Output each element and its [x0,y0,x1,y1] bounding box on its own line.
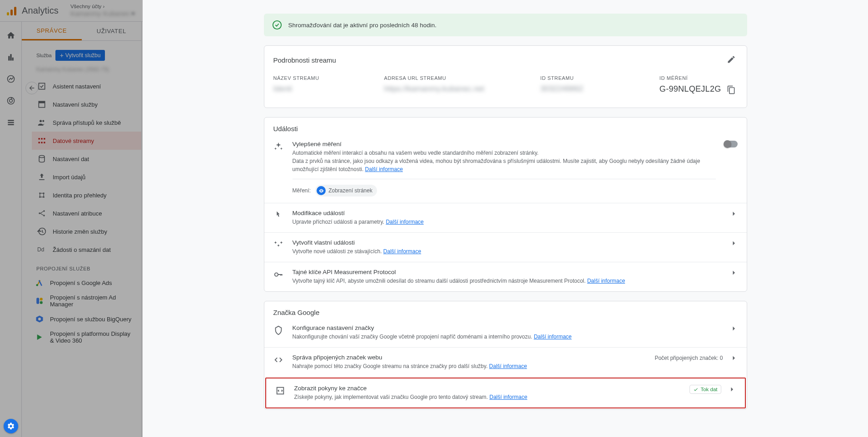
modify-events-row[interactable]: Modifikace událostí Upravte příchozí udá… [264,203,747,232]
chevron-right-icon [729,239,738,247]
nav-label: Nastavení dat [53,156,89,162]
create-events-row[interactable]: Vytvořit vlastní události Vytvořte nové … [264,232,747,262]
link-google-ads[interactable]: Propojení s Google Ads [22,275,141,290]
measurement-id-label: ID MĚŘENÍ [660,75,721,81]
google-ads-icon [35,279,44,287]
admin-settings-button[interactable] [4,419,18,433]
nav-reporting-identity[interactable]: Identita pro přehledy [32,186,141,204]
chevron-down-icon [131,13,135,15]
account-selector[interactable]: Všechny účty › Kamanmy Kubanec [67,2,139,19]
create-events-more[interactable]: Další informace [383,248,421,255]
attribution-icon [37,209,46,218]
events-title: Události [264,118,747,134]
nav-data-deletion[interactable]: DdŽádosti o smazání dat [32,241,141,259]
copy-measurement-id-button[interactable] [725,83,738,98]
nav-data-settings[interactable]: Nastavení dat [32,150,141,168]
api-secrets-title: Tajné klíče API Measurement Protocol [293,269,721,275]
configure-icon[interactable] [6,118,15,127]
svg-point-36 [273,21,281,29]
google-tag-title: Značka Google [264,301,747,318]
link-bigquery[interactable]: Propojení se službou BigQuery [22,311,141,327]
data-collection-banner: Shromažďování dat je aktivní pro posledn… [264,14,747,36]
banner-text: Shromažďování dat je aktivní pro posledn… [288,22,437,29]
tag-instructions-sub: Získejte pokyny, jak implementovat vaši … [294,394,488,400]
stream-detail-panel: Shromažďování dat je aktivní pro posledn… [143,0,868,437]
bigquery-icon [35,315,44,323]
back-button[interactable] [25,82,38,94]
nav-label: Historie změn služby [53,228,107,235]
link-ad-manager[interactable]: Propojení s nástrojem Ad Manager [22,290,141,311]
svg-point-34 [38,318,41,320]
people-icon [37,118,46,127]
svg-rect-17 [39,142,40,143]
nav-label: Datové streamy [53,137,94,144]
nav-label: Správa přístupů ke službě [53,119,121,126]
chevron-right-icon [729,324,738,333]
api-secrets-more[interactable]: Další informace [587,278,625,284]
create-events-sub: Vytvořte nové události ze stávajících. [293,248,382,255]
property-name-blurred[interactable]: Kamanmy Kubanec (3582-75) [22,65,141,77]
nav-label: Asistent nastavení [53,83,101,90]
chevron-right-icon [729,354,738,362]
ad-manager-icon [35,297,44,305]
nav-setup-assistant[interactable]: Asistent nastavení [32,77,141,95]
tab-user[interactable]: UŽIVATEL [82,22,142,40]
svg-point-4 [7,98,14,104]
modify-events-more[interactable]: Další informace [386,219,423,225]
svg-point-29 [36,284,39,286]
tag-instructions-more[interactable]: Další informace [490,394,527,400]
chevron-right-icon [729,269,738,277]
svg-point-13 [42,120,44,122]
svg-rect-1 [10,10,13,15]
nav-label: Žádosti o smazání dat [53,246,111,253]
nav-attribution-settings[interactable]: Nastavení atribuce [32,204,141,222]
nav-property-settings[interactable]: Nastavení služby [32,95,141,113]
explore-icon[interactable] [6,74,15,83]
all-accounts-label: Všechny účty › [70,4,135,10]
svg-point-38 [274,273,278,276]
left-rail [0,22,22,437]
svg-point-12 [40,120,42,122]
data-icon [37,154,46,163]
sparkle-icon [273,142,284,153]
nav-access-management[interactable]: Správa přístupů ke službě [32,113,141,132]
link-dv360[interactable]: Propojení s platformou Display & Video 3… [22,327,141,348]
pageview-chip-label: Zobrazení stránek [328,187,372,194]
api-secrets-row[interactable]: Tajné klíče API Measurement Protocol Vyt… [264,262,747,291]
nav-label: Import údajů [53,174,85,181]
deletion-icon: Dd [37,245,46,254]
reports-icon[interactable] [6,53,15,62]
nav-data-streams[interactable]: Datové streamy [32,132,141,150]
enhanced-measurement-toggle[interactable] [724,141,738,147]
link-label: Propojení s nástrojem Ad Manager [50,294,136,308]
nav-data-import[interactable]: Import údajů [32,168,141,186]
create-property-button[interactable]: +Vytvořit službu [55,50,105,61]
tag-icon [273,325,284,337]
edit-stream-button[interactable] [725,53,738,67]
create-property-label: Vytvořit službu [65,52,101,59]
measuring-label: Měření: [293,187,311,194]
tab-admin[interactable]: SPRÁVCE [22,22,82,40]
tag-config-sub: Nakonfigurujte chování vaší značky Googl… [293,334,532,340]
linked-tags-more[interactable]: Další informace [489,363,527,369]
svg-point-26 [39,212,40,214]
enhanced-more-link[interactable]: Další informace [365,166,403,172]
data-flow-badge: Tok dat [689,385,721,394]
linked-tags-sub: Nahrajte pomocí této značky Google strea… [293,363,488,369]
wand-icon [273,240,284,251]
linked-tags-count: Počet připojených značek: 0 [655,355,723,361]
linked-tags-row[interactable]: Správa připojených značek webu Nahrajte … [264,347,747,377]
nav-change-history[interactable]: Historie změn služby [32,222,141,241]
svg-rect-31 [40,298,43,300]
svg-rect-32 [40,301,43,304]
home-icon[interactable] [6,31,15,40]
tag-instructions-row[interactable]: Zobrazit pokyny ke značce Získejte pokyn… [266,378,745,408]
history-icon [37,227,46,236]
data-flow-badge-label: Tok dat [700,387,717,392]
tag-config-title: Konfigurace nastavení značky [293,324,721,331]
assistant-icon [37,82,46,91]
tag-instructions-title: Zobrazit pokyny ke značce [294,385,682,392]
tag-config-row[interactable]: Konfigurace nastavení značky Nakonfiguru… [264,318,747,347]
tag-config-more[interactable]: Další informace [534,334,571,340]
advertising-icon[interactable] [6,96,15,105]
